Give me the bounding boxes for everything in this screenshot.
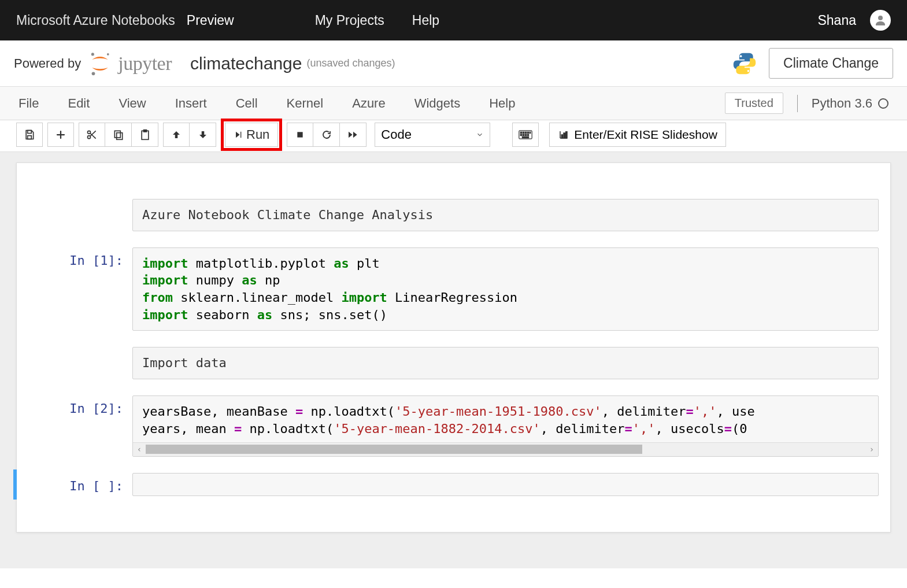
cell-2[interactable]: Import data — [17, 343, 890, 383]
save-status: (unsaved changes) — [306, 57, 395, 69]
restart-icon — [321, 130, 332, 140]
run-button-highlight: Run — [221, 119, 282, 151]
svg-rect-11 — [116, 133, 122, 140]
run-button[interactable]: Run — [225, 123, 278, 147]
cell-prompt — [28, 347, 132, 379]
jupyter-logo[interactable]: jupyter — [87, 50, 172, 77]
svg-rect-19 — [528, 132, 529, 133]
copy-icon — [113, 129, 124, 140]
notebook-title[interactable]: climatechange — [190, 54, 302, 73]
jupyter-icon — [87, 50, 113, 77]
menu-azure[interactable]: Azure — [352, 96, 385, 111]
cell-4[interactable]: In [ ]: — [13, 469, 890, 500]
move-up-button[interactable] — [163, 123, 190, 147]
raw-cell-body[interactable]: Azure Notebook Climate Change Analysis — [132, 199, 879, 231]
azure-nav: My Projects Help — [315, 13, 439, 28]
plus-icon — [55, 130, 66, 140]
copy-button[interactable] — [105, 123, 132, 147]
svg-rect-26 — [562, 135, 563, 138]
powered-by-label: Powered by — [14, 56, 81, 71]
brand: Microsoft Azure Notebooks — [16, 13, 175, 28]
python-logo-icon — [732, 51, 757, 76]
horizontal-scrollbar[interactable]: ‹› — [133, 442, 878, 456]
menu-help[interactable]: Help — [489, 96, 515, 111]
menu-kernel[interactable]: Kernel — [287, 96, 324, 111]
run-label: Run — [246, 127, 269, 142]
nav-help[interactable]: Help — [412, 13, 439, 28]
scroll-left-icon[interactable]: ‹ — [133, 444, 146, 455]
svg-rect-22 — [523, 134, 524, 135]
svg-rect-10 — [114, 131, 120, 138]
notebook-area: Azure Notebook Climate Change AnalysisIn… — [0, 152, 907, 568]
code-cell-body[interactable]: import matplotlib.pyplot as pltimport nu… — [132, 247, 879, 331]
save-button[interactable] — [16, 123, 43, 147]
fast-forward-icon — [347, 130, 359, 139]
svg-point-4 — [740, 55, 742, 57]
menubar: File Edit View Insert Cell Kernel Azure … — [0, 87, 907, 120]
cell-type-value: Code — [381, 127, 412, 142]
interrupt-button[interactable] — [287, 123, 313, 147]
restart-button[interactable] — [313, 123, 340, 147]
project-button[interactable]: Climate Change — [769, 48, 893, 79]
scroll-thumb[interactable] — [146, 445, 642, 454]
svg-rect-28 — [566, 132, 567, 138]
menu-insert[interactable]: Insert — [175, 96, 207, 111]
keyboard-icon — [519, 130, 532, 139]
code-cell-body[interactable]: yearsBase, meanBase = np.loadtxt('5-year… — [132, 395, 879, 456]
cell-prompt: In [1]: — [28, 247, 132, 331]
add-cell-button[interactable] — [47, 123, 74, 147]
svg-point-5 — [747, 70, 750, 72]
divider — [797, 95, 798, 112]
restart-run-all-button[interactable] — [340, 123, 366, 147]
svg-rect-6 — [28, 131, 32, 134]
svg-point-2 — [107, 53, 109, 56]
notebook-header: Powered by jupyter climatechange (unsave… — [0, 40, 907, 87]
menu-edit[interactable]: Edit — [68, 96, 90, 111]
menu-widgets[interactable]: Widgets — [414, 96, 460, 111]
chart-icon — [558, 130, 569, 140]
menu-file[interactable]: File — [18, 96, 39, 111]
toolbar: Run Code Enter/Exit RISE Slideshow — [0, 120, 907, 152]
arrow-up-icon — [171, 130, 182, 140]
run-icon — [234, 130, 243, 139]
rise-label: Enter/Exit RISE Slideshow — [574, 128, 717, 142]
nav-my-projects[interactable]: My Projects — [315, 13, 384, 28]
cell-3[interactable]: In [2]:yearsBase, meanBase = np.loadtxt(… — [17, 392, 890, 460]
cell-prompt — [28, 199, 132, 231]
user-avatar-icon[interactable] — [870, 10, 891, 31]
svg-rect-17 — [523, 132, 524, 133]
svg-point-9 — [88, 136, 91, 139]
kernel-indicator[interactable]: Python 3.6 — [812, 96, 889, 111]
azure-top-bar: Microsoft Azure Notebooks Preview My Pro… — [0, 0, 907, 40]
paste-button[interactable] — [132, 123, 158, 147]
cell-1[interactable]: In [1]:import matplotlib.pyplot as pltim… — [17, 244, 890, 335]
svg-point-8 — [88, 131, 91, 134]
svg-rect-13 — [143, 130, 146, 132]
svg-point-0 — [878, 16, 883, 20]
user-name[interactable]: Shana — [817, 13, 856, 28]
cell-0[interactable]: Azure Notebook Climate Change Analysis — [17, 195, 890, 235]
move-down-button[interactable] — [190, 123, 216, 147]
cell-type-select[interactable]: Code — [375, 123, 490, 147]
rise-slideshow-button[interactable]: Enter/Exit RISE Slideshow — [549, 123, 725, 147]
menu-cell[interactable]: Cell — [236, 96, 258, 111]
cut-button[interactable] — [79, 123, 105, 147]
code-cell-body[interactable] — [132, 473, 879, 496]
paste-icon — [139, 129, 151, 140]
svg-point-3 — [92, 72, 95, 75]
command-palette-button[interactable] — [512, 123, 539, 147]
menu-view[interactable]: View — [119, 96, 146, 111]
svg-rect-27 — [564, 133, 565, 138]
cell-prompt: In [ ]: — [28, 473, 132, 496]
svg-rect-21 — [521, 134, 522, 135]
arrow-down-icon — [198, 130, 208, 140]
trusted-indicator[interactable]: Trusted — [725, 93, 783, 114]
scroll-right-icon[interactable]: › — [865, 444, 878, 455]
raw-cell-body[interactable]: Import data — [132, 347, 879, 379]
chevron-down-icon — [476, 131, 484, 139]
stop-icon — [295, 130, 305, 139]
notebook-container: Azure Notebook Climate Change AnalysisIn… — [16, 162, 891, 532]
svg-rect-25 — [523, 136, 529, 138]
preview-label: Preview — [187, 13, 234, 28]
svg-rect-24 — [528, 134, 529, 135]
